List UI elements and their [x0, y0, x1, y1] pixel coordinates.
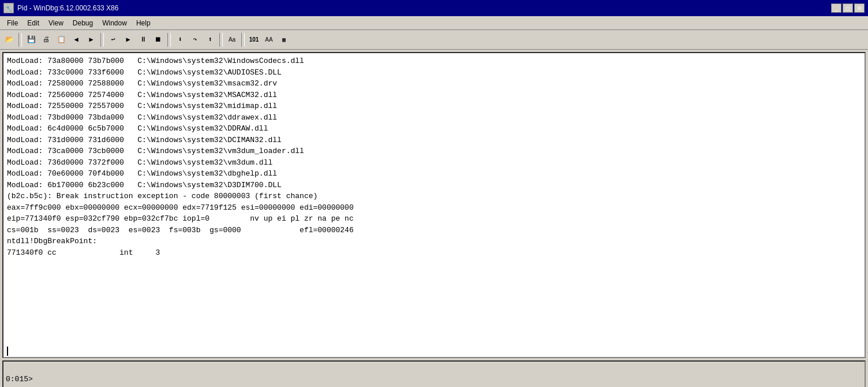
output-line: ModLoad: 73ca0000 73cb0000 C:\Windows\sy…	[7, 146, 861, 157]
next-button[interactable]: ▶	[84, 33, 98, 47]
menu-item-edit[interactable]: Edit	[23, 18, 44, 28]
restart-button[interactable]: ↩	[106, 33, 120, 47]
text-cursor	[7, 347, 8, 356]
command-prompt: 0:015>	[6, 375, 38, 384]
toolbar-separator-3	[167, 33, 171, 47]
output-line: eax=7ff9c000 ebx=00000000 ecx=00000000 e…	[7, 202, 861, 214]
title-bar: 🔧 Pid - WinDbg:6.12.0002.633 X86 _ □ ✕	[0, 0, 868, 16]
prev-button[interactable]: ◀	[69, 33, 83, 47]
output-line: ModLoad: 731d0000 731d6000 C:\Windows\sy…	[7, 135, 861, 146]
menu-item-debug[interactable]: Debug	[68, 18, 98, 28]
minimize-button[interactable]: _	[831, 3, 841, 13]
output-line: ModLoad: 72550000 72557000 C:\Windows\sy…	[7, 101, 861, 112]
output-line: ModLoad: 72580000 72588000 C:\Windows\sy…	[7, 78, 861, 90]
step-out-button[interactable]: ⬆	[203, 33, 217, 47]
stop-button[interactable]: ⏹	[151, 33, 165, 47]
output-line: ModLoad: 736d0000 7372f000 C:\Windows\sy…	[7, 157, 861, 169]
toolbar-separator-1	[18, 33, 22, 47]
app-icon: 🔧	[3, 3, 14, 13]
toolbar-separator-5	[241, 33, 245, 47]
step-over-button[interactable]: ↷	[188, 33, 202, 47]
output-line: ModLoad: 73bd0000 73bda000 C:\Windows\sy…	[7, 112, 861, 124]
output-line: ModLoad: 733c0000 733f6000 C:\Windows\sy…	[7, 67, 861, 79]
close-button[interactable]: ✕	[854, 3, 865, 13]
view-button[interactable]: 101	[247, 33, 261, 47]
cursor-area	[3, 345, 865, 357]
menu-bar: FileEditViewDebugWindowHelp	[0, 16, 868, 30]
go-button[interactable]: ▶	[121, 33, 135, 47]
extra-button[interactable]: ▦	[277, 33, 291, 47]
open-button[interactable]: 📂	[2, 33, 16, 47]
output-window: ModLoad: 73a80000 73b7b000 C:\Windows\sy…	[2, 52, 866, 358]
output-line: ModLoad: 70e60000 70f4b000 C:\Windows\sy…	[7, 168, 861, 180]
output-line: cs=001b ss=0023 ds=0023 es=0023 fs=003b …	[7, 225, 861, 236]
command-input-row[interactable]: 0:015>	[3, 362, 865, 387]
step-into-button[interactable]: ⬇	[173, 33, 187, 47]
maximize-button[interactable]: □	[843, 3, 853, 13]
properties-button[interactable]: 📋	[54, 33, 68, 47]
font-button[interactable]: Aa	[225, 33, 239, 47]
output-line: 771340f0 cc int 3	[7, 247, 861, 259]
output-line: eip=771340f0 esp=032cf790 ebp=032cf7bc i…	[7, 213, 861, 225]
toolbar: 📂 💾 🖨 📋 ◀ ▶ ↩ ▶ ⏸ ⏹ ⬇ ↷ ⬆ Aa 101 AA ▦	[0, 30, 868, 50]
output-line: ModLoad: 72560000 72574000 C:\Windows\sy…	[7, 90, 861, 101]
toolbar-separator-2	[100, 33, 104, 47]
save-button[interactable]: 💾	[24, 33, 38, 47]
output-line: ModLoad: 6b170000 6b23c000 C:\Windows\sy…	[7, 180, 861, 191]
menu-item-window[interactable]: Window	[98, 18, 132, 28]
output-line: ntdll!DbgBreakPoint:	[7, 236, 861, 247]
command-area[interactable]: 0:015>	[2, 360, 866, 387]
command-input[interactable]	[38, 375, 862, 384]
menu-item-view[interactable]: View	[44, 18, 68, 28]
font2-button[interactable]: AA	[262, 33, 276, 47]
title-buttons: _ □ ✕	[831, 3, 865, 13]
menu-item-file[interactable]: File	[2, 18, 23, 28]
output-line: ModLoad: 73a80000 73b7b000 C:\Windows\sy…	[7, 55, 861, 67]
output-line: ModLoad: 6c4d0000 6c5b7000 C:\Windows\sy…	[7, 123, 861, 135]
window-title: Pid - WinDbg:6.12.0002.633 X86	[17, 4, 828, 12]
menu-item-help[interactable]: Help	[132, 18, 155, 28]
output-line: (b2c.b5c): Break instruction exception -…	[7, 191, 861, 202]
print-button[interactable]: 🖨	[39, 33, 53, 47]
toolbar-separator-4	[219, 33, 223, 47]
output-text-area: ModLoad: 73a80000 73b7b000 C:\Windows\sy…	[3, 53, 865, 345]
break-button[interactable]: ⏸	[136, 33, 150, 47]
